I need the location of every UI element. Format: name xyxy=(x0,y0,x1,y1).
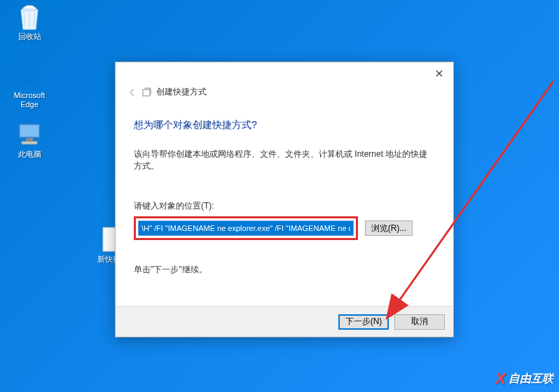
dialog-footer: 下一步(N) 取消 xyxy=(116,306,453,337)
svg-rect-2 xyxy=(20,125,39,136)
breadcrumb-text: 创建快捷方式 xyxy=(156,86,207,98)
breadcrumb: 创建快捷方式 xyxy=(116,62,453,98)
highlight-annotation xyxy=(134,216,358,240)
continue-hint: 单击"下一步"继续。 xyxy=(134,264,435,276)
watermark-text: 自由互联 xyxy=(509,372,553,386)
this-pc-icon xyxy=(15,120,43,148)
location-input[interactable] xyxy=(138,220,354,236)
svg-rect-4 xyxy=(22,141,37,144)
watermark: X 自由互联 xyxy=(495,370,553,388)
dialog-description: 该向导帮你创建本地或网络程序、文件、文件夹、计算机或 Internet 地址的快… xyxy=(134,148,435,172)
recycle-bin-icon xyxy=(15,3,43,31)
svg-rect-3 xyxy=(26,138,33,141)
svg-rect-5 xyxy=(143,90,150,96)
close-button[interactable] xyxy=(429,66,449,80)
watermark-logo-icon: X xyxy=(495,370,506,388)
dialog-headline: 想为哪个对象创建快捷方式? xyxy=(134,119,435,132)
recycle-bin-label: 回收站 xyxy=(10,32,49,41)
desktop-recycle-bin[interactable]: 回收站 xyxy=(10,3,49,41)
edge-label: Microsoft Edge xyxy=(10,91,49,109)
shortcut-wizard-icon xyxy=(142,88,152,97)
browse-button[interactable]: 浏览(R)... xyxy=(365,220,413,236)
location-field-label: 请键入对象的位置(T): xyxy=(134,200,435,212)
next-button[interactable]: 下一步(N) xyxy=(338,314,389,330)
edge-icon xyxy=(15,62,43,90)
this-pc-label: 此电脑 xyxy=(10,150,49,159)
desktop-this-pc[interactable]: 此电脑 xyxy=(10,120,49,159)
back-arrow-icon[interactable] xyxy=(127,87,138,98)
close-icon xyxy=(436,70,443,77)
create-shortcut-dialog: 创建快捷方式 想为哪个对象创建快捷方式? 该向导帮你创建本地或网络程序、文件、文… xyxy=(115,62,454,337)
desktop-edge[interactable]: Microsoft Edge xyxy=(10,62,49,109)
cancel-button[interactable]: 取消 xyxy=(394,314,445,330)
